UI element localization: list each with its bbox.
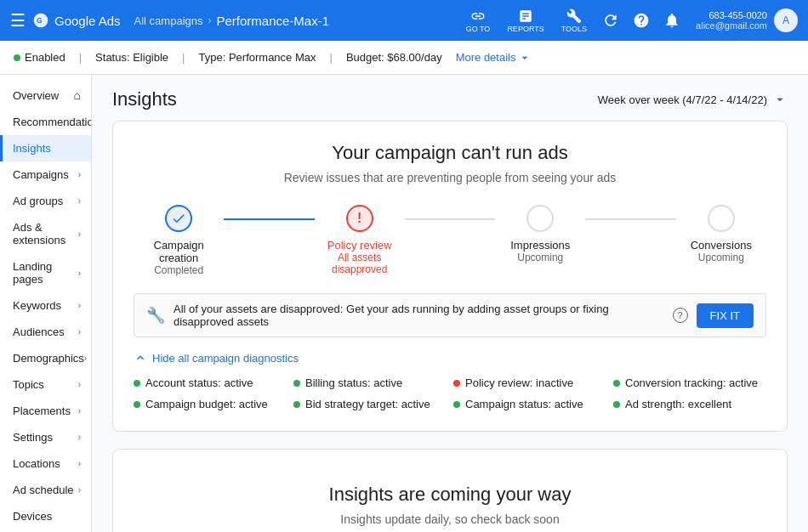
menu-icon[interactable]: ☰ xyxy=(10,10,26,31)
step-circle-upcoming-1 xyxy=(526,205,554,232)
page-title: Insights xyxy=(112,88,177,110)
sidebar-item-settings[interactable]: Settings › xyxy=(0,424,91,450)
campaign-name: Performance-Max-1 xyxy=(217,14,330,28)
svg-text:G: G xyxy=(37,16,42,25)
sidebar-item-ads-extensions[interactable]: Ads & extensions › xyxy=(0,214,91,253)
enabled-dot xyxy=(14,54,20,61)
user-details: 683-455-0020 alice@gmail.com xyxy=(696,10,767,31)
sidebar-item-ad-groups[interactable]: Ad groups › xyxy=(0,188,91,214)
diag-conversion-label: Conversion tracking: active xyxy=(625,376,758,389)
diagnostics-toggle[interactable]: Hide all campaign diagnostics xyxy=(134,351,766,365)
diagnostics-hide-label: Hide all campaign diagnostics xyxy=(152,352,299,365)
calendar-icon xyxy=(772,92,788,107)
help-circle-icon[interactable]: ? xyxy=(673,308,688,323)
step-sublabel-policy-review: All assets disapproved xyxy=(315,252,405,275)
diag-budget-label: Campaign budget: active xyxy=(145,398,268,410)
ad-schedule-label: Ad schedule xyxy=(13,484,74,496)
top-nav-icons: GO TO REPORTS TOOLS 683-455-0020 alice@g… xyxy=(459,5,798,37)
ad-schedule-chevron: › xyxy=(78,485,81,495)
reports-button[interactable]: REPORTS xyxy=(500,5,550,37)
all-campaigns-link[interactable]: All campaigns xyxy=(134,14,203,27)
status-sep-1: | xyxy=(79,51,82,64)
sidebar-item-overview[interactable]: Overview ⌂ xyxy=(0,82,91,109)
sidebar-item-campaigns[interactable]: Campaigns › xyxy=(0,161,91,188)
demographics-chevron: › xyxy=(84,354,87,363)
ads-extensions-label: Ads & extensions xyxy=(13,221,78,246)
main-content: Insights Week over week (4/7/22 - 4/14/2… xyxy=(92,75,808,532)
date-range-selector[interactable]: Week over week (4/7/22 - 4/14/22) xyxy=(598,92,788,107)
ads-ext-chevron: › xyxy=(78,229,81,239)
ad-groups-label: Ad groups xyxy=(13,195,63,207)
landing-pages-label: Landing pages xyxy=(13,260,78,286)
demographics-label: Demographics xyxy=(13,352,84,365)
notifications-button[interactable] xyxy=(658,7,686,34)
warning-strong: All of your assets are disapproved xyxy=(174,303,340,315)
cant-run-title: Your campaign can't run ads xyxy=(134,142,766,164)
sidebar-item-locations[interactable]: Locations › xyxy=(0,450,91,477)
diag-billing-status: Billing status: active xyxy=(293,376,447,389)
keywords-chevron: › xyxy=(78,301,81,310)
more-details-button[interactable]: More details xyxy=(456,51,532,65)
diag-bid-label: Bid strategy target: active xyxy=(305,398,430,410)
step-circle-completed xyxy=(165,205,192,232)
topics-chevron: › xyxy=(78,380,81,389)
sidebar-item-landing-pages[interactable]: Landing pages › xyxy=(0,253,91,292)
diag-dot-bid xyxy=(293,401,300,408)
step-line-3 xyxy=(585,218,675,220)
page-header: Insights Week over week (4/7/22 - 4/14/2… xyxy=(112,75,788,121)
diag-conversion-tracking: Conversion tracking: active xyxy=(613,376,766,389)
date-range-label: Week over week (4/7/22 - 4/14/22) xyxy=(598,93,767,106)
diag-campaign-budget: Campaign budget: active xyxy=(134,398,287,410)
home-icon: ⌂ xyxy=(74,88,81,102)
campaign-type: Type: Performance Max xyxy=(199,51,316,64)
reports-label: REPORTS xyxy=(507,25,543,33)
goto-button[interactable]: GO TO xyxy=(459,5,498,37)
sidebar-item-devices[interactable]: Devices xyxy=(0,503,91,529)
diag-policy-review: Policy review: inactive xyxy=(453,376,606,389)
help-button[interactable] xyxy=(628,7,655,34)
status-sep-3: | xyxy=(330,51,333,64)
diag-dot-billing xyxy=(293,380,300,387)
fix-it-button[interactable]: FIX IT xyxy=(697,303,754,328)
progress-steps: Campaign creation Completed ! Policy rev… xyxy=(134,205,766,276)
tools-button[interactable]: TOOLS xyxy=(555,5,594,37)
sidebar-item-insights[interactable]: Insights xyxy=(0,135,91,161)
sidebar-item-demographics[interactable]: Demographics › xyxy=(0,345,91,371)
campaigns-chevron: › xyxy=(78,170,81,179)
enabled-label: Enabled xyxy=(25,51,65,64)
collapse-icon xyxy=(134,351,147,365)
locations-label: Locations xyxy=(13,457,60,470)
sidebar-item-ad-schedule[interactable]: Ad schedule › xyxy=(0,477,91,503)
diag-dot-budget xyxy=(134,401,140,408)
cant-run-card: Your campaign can't run ads Review issue… xyxy=(112,121,788,432)
step-campaign-creation: Campaign creation Completed xyxy=(134,205,224,276)
sidebar-item-topics[interactable]: Topics › xyxy=(0,371,91,398)
sidebar-item-recommendations[interactable]: Recommendations xyxy=(0,109,91,135)
status-sep-2: | xyxy=(182,51,185,64)
logo-text: Google Ads xyxy=(54,14,121,28)
ad-groups-chevron: › xyxy=(78,196,81,206)
insights-coming-subtitle: Insights update daily, so check back soo… xyxy=(134,512,766,526)
wrench-icon: 🔧 xyxy=(146,306,165,325)
eligibility-status: Status: Eligible xyxy=(95,51,168,64)
step-label-campaign-creation: Campaign creation xyxy=(134,239,224,264)
sidebar: Overview ⌂ Recommendations Insights Camp… xyxy=(0,75,92,532)
status-bar: Enabled | Status: Eligible | Type: Perfo… xyxy=(0,41,808,75)
user-avatar[interactable]: A xyxy=(774,8,798,32)
chevron-down-icon xyxy=(518,51,532,65)
refresh-button[interactable] xyxy=(597,7,624,34)
step-label-conversions: Conversions xyxy=(691,239,752,252)
diag-campaign-status-label: Campaign status: active xyxy=(465,398,583,410)
sidebar-item-audiences[interactable]: Audiences › xyxy=(0,319,91,345)
sidebar-item-placements[interactable]: Placements › xyxy=(0,398,91,424)
diag-dot-policy xyxy=(453,380,460,387)
tools-label: TOOLS xyxy=(561,25,587,33)
diag-dot-ad-strength xyxy=(613,401,620,408)
campaigns-label: Campaigns xyxy=(13,168,69,181)
insights-coming-title: Insights are coming your way xyxy=(134,484,766,506)
enabled-status: Enabled xyxy=(14,51,65,64)
warning-text: All of your assets are disapproved: Get … xyxy=(174,303,664,328)
sidebar-item-keywords[interactable]: Keywords › xyxy=(0,292,91,319)
warning-banner: 🔧 All of your assets are disapproved: Ge… xyxy=(134,293,766,337)
user-info: 683-455-0020 alice@gmail.com A xyxy=(696,8,798,32)
